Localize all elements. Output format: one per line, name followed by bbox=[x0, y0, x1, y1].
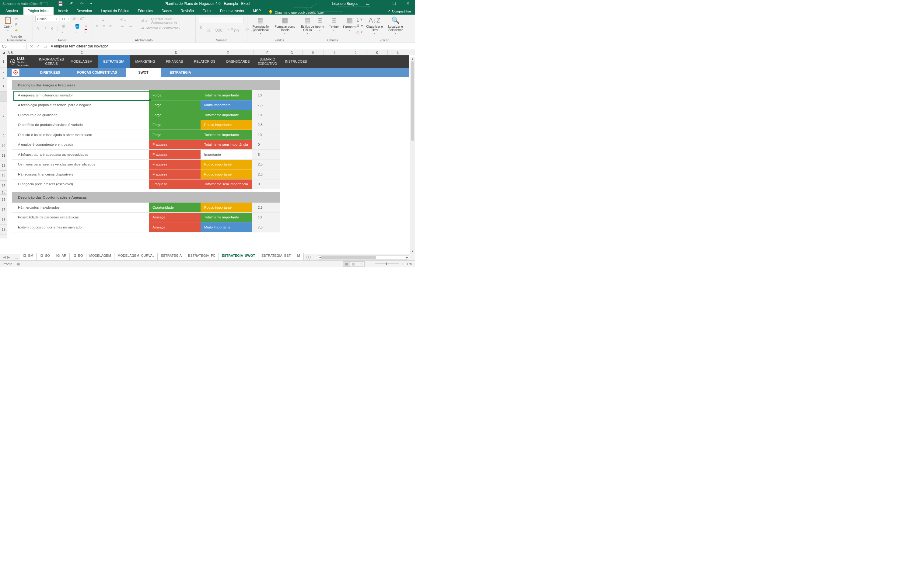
row-header[interactable]: 11 bbox=[0, 151, 7, 161]
orientation-icon[interactable]: ⟲ bbox=[119, 17, 126, 23]
col-header[interactable]: I bbox=[324, 50, 345, 55]
save-icon[interactable]: 💾 bbox=[58, 1, 63, 6]
underline-icon[interactable]: S bbox=[50, 26, 55, 32]
insert-cells-button[interactable]: ⊞Inserir bbox=[314, 16, 325, 32]
scroll-down-icon[interactable]: ▼ bbox=[410, 249, 415, 254]
swot-row[interactable]: Possibilidade de parcerias estratégicasA… bbox=[12, 213, 280, 223]
conditional-formatting-button[interactable]: ▦Formatação Condicional bbox=[250, 16, 271, 36]
select-all-corner[interactable]: ◢ bbox=[0, 50, 7, 55]
swot-importance[interactable]: Totalmente importante bbox=[201, 110, 252, 120]
scroll-right-icon[interactable]: ▶ bbox=[405, 256, 409, 259]
nav-modelagem[interactable]: MODELAGEM bbox=[65, 55, 98, 68]
format-painter-icon[interactable]: ✒ bbox=[15, 28, 18, 32]
nav-informacoes-gerais[interactable]: INFORMAÇÕES GERAIS bbox=[38, 55, 65, 68]
scroll-thumb[interactable] bbox=[411, 61, 414, 141]
enter-formula-icon[interactable]: ✓ bbox=[36, 44, 40, 48]
zoom-out-icon[interactable]: − bbox=[370, 262, 372, 266]
tab-insert[interactable]: Inserir bbox=[53, 7, 72, 15]
col-header[interactable]: C bbox=[13, 50, 151, 55]
maximize-icon[interactable]: ❐ bbox=[390, 1, 398, 6]
tab-view[interactable]: Exibir bbox=[198, 7, 216, 15]
swot-description[interactable]: O produto é de qualidade bbox=[12, 110, 149, 120]
swot-row[interactable]: A infraestrutura é adequada às necessida… bbox=[12, 150, 280, 160]
nav-estrategia[interactable]: ESTRATÉGIA bbox=[98, 55, 130, 68]
row-header[interactable]: 19 bbox=[0, 225, 7, 235]
subnav-diretrizes[interactable]: DIRETRIZES bbox=[23, 68, 68, 77]
row-header[interactable]: 8 bbox=[0, 121, 7, 131]
swot-description[interactable]: Há mercados inexplorados bbox=[12, 203, 149, 212]
subnav-swot[interactable]: SWOT bbox=[126, 68, 161, 77]
row-header[interactable]: 2 bbox=[0, 68, 7, 77]
qat-dropdown-icon[interactable]: ▾ bbox=[91, 2, 92, 5]
col-header[interactable]: L bbox=[388, 50, 409, 55]
swot-importance[interactable]: Pouco importante bbox=[201, 203, 252, 212]
swot-importance[interactable]: Muito Importante bbox=[201, 222, 252, 232]
redo-icon[interactable]: ↷ bbox=[80, 1, 84, 6]
row-header[interactable]: 15 bbox=[0, 191, 7, 195]
font-color-icon[interactable]: A bbox=[83, 24, 89, 34]
swot-description[interactable]: O negócio pode crescer (escalável) bbox=[12, 179, 149, 189]
zoom-slider[interactable] bbox=[375, 263, 399, 264]
fx-icon[interactable]: fx bbox=[43, 44, 49, 48]
swot-type[interactable]: Força bbox=[149, 100, 201, 110]
swot-row[interactable]: Exitem poucos concorrentes no mercadoAme… bbox=[12, 222, 280, 233]
italic-icon[interactable]: I bbox=[43, 26, 47, 32]
swot-description[interactable]: O portfólio de produtos/serviços é varia… bbox=[12, 120, 149, 130]
swot-importance[interactable]: Totalmente sem importância bbox=[201, 140, 252, 150]
increase-decimal-icon[interactable]: ←0.00 bbox=[226, 27, 240, 34]
next-sheet-icon[interactable]: ▶ bbox=[7, 255, 10, 259]
swot-description[interactable]: A tecnologia própria é essencial para o … bbox=[12, 100, 149, 110]
macros-icon[interactable]: ▦ bbox=[17, 262, 20, 266]
increase-indent-icon[interactable]: ⇥ bbox=[128, 23, 134, 29]
find-select-button[interactable]: 🔍Localizar e Selecionar bbox=[386, 16, 405, 36]
format-as-table-button[interactable]: ▦Formatar como Tabela bbox=[273, 16, 297, 36]
swot-importance[interactable]: Totalmente importante bbox=[201, 90, 252, 100]
swot-row[interactable]: Há recursos financeiros disponíveisFraqu… bbox=[12, 170, 280, 179]
bold-icon[interactable]: N bbox=[35, 26, 41, 32]
swot-description[interactable]: A infraestrutura é adequada às necessida… bbox=[12, 150, 149, 159]
swot-type[interactable]: Força bbox=[149, 130, 201, 140]
copy-icon[interactable]: ⎘ bbox=[15, 22, 18, 27]
close-icon[interactable]: ✕ bbox=[404, 1, 412, 6]
swot-row[interactable]: A empresa tem diferencial inovadorForçaT… bbox=[12, 90, 280, 100]
borders-icon[interactable]: ⊞ bbox=[61, 24, 67, 34]
col-header[interactable]: B bbox=[10, 50, 13, 55]
swot-row[interactable]: O produto é de qualidadeForçaTotalmente … bbox=[12, 110, 280, 120]
tab-file[interactable]: Arquivo bbox=[0, 7, 23, 15]
zoom-level[interactable]: 90% bbox=[406, 262, 412, 266]
hscroll-thumb[interactable] bbox=[321, 256, 376, 259]
align-left-icon[interactable]: ≡ bbox=[94, 23, 99, 29]
vertical-scrollbar[interactable]: ▲ ▼ bbox=[410, 57, 415, 254]
col-header[interactable]: A bbox=[7, 50, 10, 55]
fill-icon[interactable]: ⬇ ▾ bbox=[356, 23, 363, 28]
row-header[interactable]: 4 bbox=[0, 81, 7, 92]
name-box[interactable]: C5▾ bbox=[0, 44, 27, 49]
swot-importance[interactable]: Pouco importante bbox=[201, 120, 252, 130]
swot-row[interactable]: A equipe é competente e entrosadaFraquez… bbox=[12, 140, 280, 150]
cut-icon[interactable]: ✂ bbox=[15, 16, 18, 21]
font-name-select[interactable]: Calibri▾ bbox=[35, 16, 59, 22]
row-header[interactable]: 18 bbox=[0, 215, 7, 225]
horizontal-scrollbar[interactable]: ◀ ▶ bbox=[318, 255, 410, 260]
decrease-font-icon[interactable]: A▾ bbox=[79, 16, 85, 22]
col-header[interactable]: G bbox=[281, 50, 303, 55]
row-header[interactable]: 3 bbox=[0, 77, 7, 81]
swot-type[interactable]: Fraqueza bbox=[149, 150, 201, 159]
subnav-forcas-competitivas[interactable]: FORÇAS COMPETITIVAS bbox=[68, 68, 125, 77]
swot-type[interactable]: Fraqueza bbox=[149, 160, 201, 170]
swot-type[interactable]: Fraqueza bbox=[149, 179, 201, 189]
subnav-estrategia[interactable]: ESTRATÉGIA bbox=[161, 68, 200, 77]
prev-sheet-icon[interactable]: ◀ bbox=[3, 255, 5, 259]
swot-importance[interactable]: Pouco importante bbox=[201, 160, 252, 170]
swot-row[interactable]: O custo é baixo e isso ajuda a obter mai… bbox=[12, 130, 280, 140]
align-top-icon[interactable]: ⫶ bbox=[94, 17, 99, 23]
decrease-indent-icon[interactable]: ⇤ bbox=[120, 23, 126, 29]
switch-icon[interactable] bbox=[40, 2, 48, 5]
col-header[interactable]: K bbox=[366, 50, 388, 55]
swot-type[interactable]: Ameaça bbox=[149, 213, 201, 222]
swot-type[interactable]: Ameaça bbox=[149, 222, 201, 232]
sheet-nav-arrows[interactable]: ◀▶ bbox=[0, 255, 13, 259]
swot-description[interactable]: A equipe é competente e entrosada bbox=[12, 140, 149, 150]
swot-importance[interactable]: Importante bbox=[201, 150, 252, 159]
tab-data[interactable]: Dados bbox=[157, 7, 176, 15]
